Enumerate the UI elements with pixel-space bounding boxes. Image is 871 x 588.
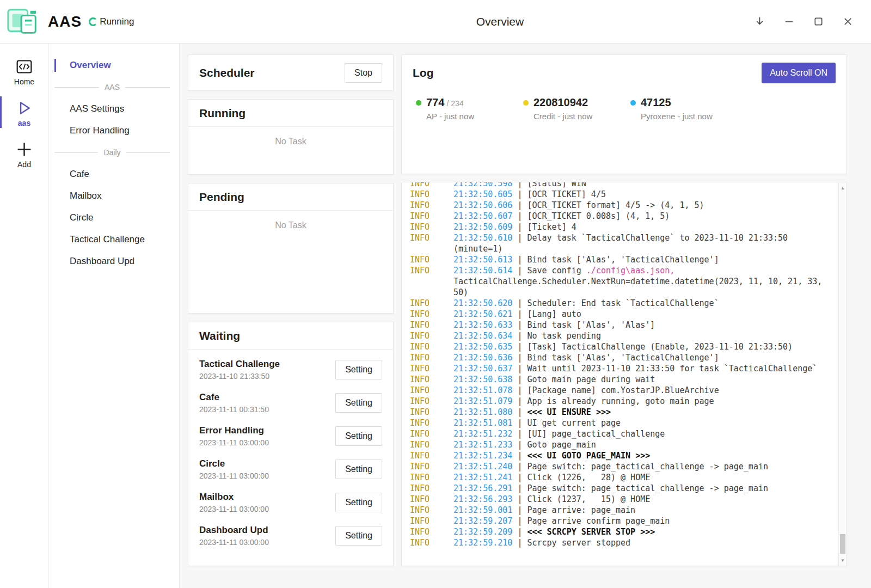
log-message: 21:32:50.634 | No task pending bbox=[453, 330, 824, 341]
log-message: 21:32:51.233 | Goto page_main bbox=[453, 439, 824, 450]
log-timestamp: 21:32:51.080 bbox=[453, 407, 512, 417]
log-message: 21:32:51.241 | Click (1226, 28) @ HOME bbox=[453, 472, 824, 483]
log-text: Wait until 2023-11-10 21:33:50 for task … bbox=[527, 364, 817, 373]
log-timestamp: 21:32:50.635 bbox=[453, 342, 512, 352]
log-line: INFO21:32:59.207 | Page arrive confirm p… bbox=[410, 516, 838, 526]
menu-item-aas-settings[interactable]: AAS Settings bbox=[49, 98, 179, 120]
menu: OverviewAASAAS SettingsError HandlingDai… bbox=[49, 44, 180, 588]
update-button[interactable] bbox=[745, 0, 774, 43]
log-message: 21:32:50.621 | [Lang] auto bbox=[453, 309, 824, 320]
log-text: Page arrive: page_main bbox=[527, 505, 635, 515]
log-timestamp: 21:32:50.621 bbox=[453, 309, 512, 319]
stat-pyroxene: 47125Pyroxene - just now bbox=[630, 96, 738, 121]
setting-button-tactical-challenge[interactable]: Setting bbox=[335, 360, 382, 379]
menu-item-dashboard-upd[interactable]: Dashboard Upd bbox=[49, 250, 179, 272]
minimize-button[interactable] bbox=[774, 0, 803, 43]
log-message: 21:32:51.240 | Page switch: page_tactica… bbox=[453, 461, 824, 472]
menu-item-mailbox[interactable]: Mailbox bbox=[49, 185, 179, 207]
waiting-list: Tactical Challenge2023-11-10 21:33:50Set… bbox=[188, 350, 393, 552]
scrollbar-thumb[interactable] bbox=[840, 534, 845, 554]
auto-scroll-button[interactable]: Auto Scroll ON bbox=[762, 63, 836, 83]
close-button[interactable] bbox=[833, 0, 862, 43]
log-timestamp: 21:32:50.620 bbox=[453, 298, 512, 308]
waiting-task-info: Cafe2023-11-11 00:31:50 bbox=[199, 392, 269, 414]
log-level: INFO bbox=[410, 505, 453, 516]
log-level: INFO bbox=[410, 309, 453, 320]
rail-item-add[interactable]: Add bbox=[0, 135, 48, 172]
waiting-task-info: Error Handling2023-11-11 03:00:00 bbox=[199, 425, 269, 447]
stat-value-row: 774/ 234 bbox=[426, 96, 474, 109]
log-level: INFO bbox=[410, 450, 453, 461]
log-scrollbar[interactable]: ▲ ▼ bbox=[838, 182, 847, 566]
maximize-button[interactable] bbox=[803, 0, 833, 43]
setting-button-error-handling[interactable]: Setting bbox=[335, 426, 382, 446]
log-level: INFO bbox=[410, 428, 453, 439]
log-line: INFO21:32:50.636 | Bind task ['Alas', 'T… bbox=[410, 352, 838, 363]
log-timestamp: 21:32:59.210 bbox=[453, 538, 512, 548]
stop-button[interactable]: Stop bbox=[345, 63, 382, 83]
waiting-task-time: 2023-11-11 03:00:00 bbox=[199, 471, 269, 480]
rail-item-home[interactable]: Home bbox=[0, 52, 48, 89]
log-timestamp: 21:32:50.637 bbox=[453, 364, 512, 373]
log-level: INFO bbox=[410, 222, 453, 232]
log-message: 21:32:50.607 | [OCR_TICKET 0.008s] (4, 1… bbox=[453, 211, 824, 222]
log-timestamp: 21:32:50.610 bbox=[453, 233, 512, 243]
log-level: INFO bbox=[410, 200, 453, 211]
menu-divider-aas: AAS bbox=[49, 76, 179, 98]
log-text: Goto main page during wait bbox=[527, 375, 655, 384]
log-message: 21:32:50.606 | [OCR_TICKET format] 4/5 -… bbox=[453, 200, 824, 211]
log-text: [OCR_TICKET format] 4/5 -> (4, 1, 5) bbox=[527, 200, 704, 210]
log-level: INFO bbox=[410, 494, 453, 505]
log-text: [OCR_TICKET 0.008s] (4, 1, 5) bbox=[527, 211, 670, 221]
waiting-task-time: 2023-11-11 00:31:50 bbox=[199, 405, 269, 414]
log-line: INFO21:32:51.078 | [Package_name] com.Yo… bbox=[410, 385, 838, 396]
setting-button-cafe[interactable]: Setting bbox=[335, 393, 382, 413]
log-timestamp: 21:32:50.638 bbox=[453, 375, 512, 384]
menu-item-circle[interactable]: Circle bbox=[49, 207, 179, 229]
waiting-task-info: Mailbox2023-11-11 03:00:00 bbox=[199, 492, 269, 513]
main-content: Scheduler Stop Running No Task Pending N… bbox=[180, 44, 871, 588]
log-line: INFO21:32:50.633 | Bind task ['Alas', 'A… bbox=[410, 320, 838, 330]
log-level: INFO bbox=[410, 352, 453, 363]
log-message: 21:32:50.636 | Bind task ['Alas', 'Tacti… bbox=[453, 352, 824, 363]
log-line: INFO21:32:50.634 | No task pending bbox=[410, 330, 838, 341]
scheduler-title: Scheduler bbox=[199, 66, 255, 79]
log-line: INFO21:32:51.080 | <<< UI ENSURE >>> bbox=[410, 407, 838, 418]
waiting-task-info: Tactical Challenge2023-11-10 21:33:50 bbox=[199, 359, 280, 381]
rail-item-aas[interactable]: aas bbox=[0, 94, 48, 131]
log-panel: Log Auto Scroll ON 774/ 234AP - just now… bbox=[401, 54, 847, 174]
menu-item-overview[interactable]: Overview bbox=[49, 54, 179, 76]
minimize-icon bbox=[783, 15, 795, 28]
setting-button-mailbox[interactable]: Setting bbox=[335, 493, 382, 512]
menu-item-error-handling[interactable]: Error Handling bbox=[49, 120, 179, 142]
log-line: INFO21:32:59.001 | Page arrive: page_mai… bbox=[410, 505, 838, 516]
waiting-task-time: 2023-11-11 03:00:00 bbox=[199, 538, 269, 547]
scheduler-column: Scheduler Stop Running No Task Pending N… bbox=[188, 54, 394, 566]
log-timestamp: 21:32:50.634 bbox=[453, 331, 512, 341]
menu-section-label: Daily bbox=[103, 148, 120, 157]
scroll-up-arrow[interactable]: ▲ bbox=[839, 183, 847, 192]
log-text: <<< UI ENSURE >>> bbox=[527, 407, 611, 417]
log-line: INFO21:32:50.605 | [OCR_TICKET] 4/5 bbox=[410, 189, 838, 200]
waiting-task-error-handling: Error Handling2023-11-11 03:00:00Setting bbox=[199, 419, 382, 452]
menu-item-tactical-challenge[interactable]: Tactical Challenge bbox=[49, 229, 179, 250]
setting-button-dashboard-upd[interactable]: Setting bbox=[335, 526, 382, 546]
waiting-title: Waiting bbox=[199, 329, 382, 342]
scroll-down-arrow[interactable]: ▼ bbox=[839, 556, 847, 565]
menu-item-cafe[interactable]: Cafe bbox=[49, 163, 179, 185]
setting-button-circle[interactable]: Setting bbox=[335, 460, 382, 479]
icon-rail: Home aas Add bbox=[0, 44, 49, 588]
log-message: 21:32:51.080 | <<< UI ENSURE >>> bbox=[453, 407, 824, 418]
log-message: 21:32:51.081 | UI get current page bbox=[453, 418, 824, 428]
log-timestamp: 21:32:59.207 bbox=[453, 516, 512, 526]
log-timestamp: 21:32:51.078 bbox=[453, 385, 512, 395]
stat-text: 47125Pyroxene - just now bbox=[641, 96, 713, 121]
log-text: Page switch: page_tactical_challenge -> … bbox=[527, 462, 768, 471]
log-level: INFO bbox=[410, 418, 453, 428]
waiting-task-time: 2023-11-11 03:00:00 bbox=[199, 505, 269, 513]
log-timestamp: 21:32:50.605 bbox=[453, 189, 512, 199]
divider-line bbox=[54, 87, 99, 88]
log-timestamp: 21:32:51.233 bbox=[453, 440, 512, 450]
log-level: INFO bbox=[410, 211, 453, 222]
log-level: INFO bbox=[410, 537, 453, 548]
